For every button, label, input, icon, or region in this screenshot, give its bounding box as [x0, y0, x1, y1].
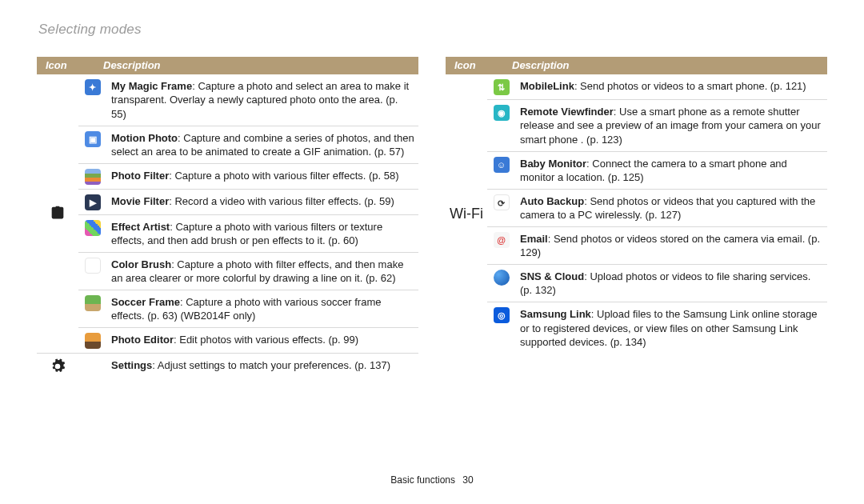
table-row: Photo Editor: Edit photos with various e… [106, 328, 418, 353]
table-row: MobileLink: Send photos or videos to a s… [515, 74, 827, 100]
item-icon: ✦ [78, 74, 106, 126]
item-icon: ◉ [487, 100, 515, 152]
table-row: Movie Filter: Record a video with variou… [106, 190, 418, 215]
page-title: Selecting modes [38, 21, 827, 39]
page-footer: Basic functions 30 [0, 474, 864, 486]
item-icon [78, 290, 106, 328]
item-icon [78, 253, 106, 290]
header-icon: Icon [38, 58, 100, 73]
table-header: Icon Description [37, 57, 418, 74]
table-row: Remote Viewfinder: Use a smart phone as … [515, 100, 827, 152]
auto-backup-icon: ⟳ [494, 194, 510, 210]
table-row: Email: Send photos or videos stored on t… [515, 227, 827, 265]
item-icon [78, 215, 106, 253]
table-row: Motion Photo: Capture and combine a seri… [106, 126, 418, 164]
color-brush-icon [85, 258, 101, 274]
table-row: SNS & Cloud: Upload photos or videos to … [515, 265, 827, 302]
group-icon-settings [37, 354, 78, 377]
table-row: Samsung Link: Upload files to the Samsun… [515, 302, 827, 354]
item-icon: ☺ [487, 152, 515, 190]
photo-editor-icon [85, 333, 101, 349]
baby-monitor-icon: ☺ [494, 157, 510, 173]
photo-filter-icon [85, 169, 101, 185]
item-icon [78, 328, 106, 353]
item-icon [487, 265, 515, 302]
header-description: Description [100, 58, 418, 73]
gear-icon [50, 358, 66, 374]
item-icon: ⟳ [487, 190, 515, 227]
effect-artist-icon [85, 220, 101, 236]
samsung-link-icon: ◎ [494, 307, 510, 323]
wifi-label: Wi-Fi [450, 204, 483, 223]
email-icon: @ [494, 232, 510, 248]
table-row: Effect Artist: Capture a photo with vari… [106, 215, 418, 253]
motion-photo-icon: ▣ [85, 131, 101, 147]
table-header: Icon Description [446, 57, 827, 74]
item-icon: ⇅ [487, 74, 515, 100]
item-icon: @ [487, 227, 515, 265]
soccer-frame-icon [85, 295, 101, 311]
mobilelink-icon: ⇅ [494, 79, 510, 95]
table-row: Auto Backup: Send photos or videos that … [515, 190, 827, 227]
magic-frame-icon: ✦ [85, 79, 101, 95]
group-icon-magic [37, 74, 78, 353]
item-icon: ◎ [487, 302, 515, 354]
group-icon-wifi: Wi-Fi [446, 74, 487, 354]
remote-viewfinder-icon: ◉ [494, 105, 510, 121]
table-row: Baby Monitor: Connect the camera to a sm… [515, 152, 827, 190]
table-row: Settings: Adjust settings to match your … [106, 354, 418, 377]
table-row: Photo Filter: Capture a photo with vario… [106, 164, 418, 190]
table-row: Soccer Frame: Capture a photo with vario… [106, 290, 418, 328]
movie-filter-icon: ▶ [85, 194, 101, 210]
header-description: Description [509, 58, 826, 73]
right-column: Icon Description Wi-Fi ⇅ MobileLink: Sen… [446, 57, 827, 377]
item-icon: ▣ [78, 126, 106, 164]
table-row: Color Brush: Capture a photo with filter… [106, 253, 418, 290]
table-row: My Magic Frame: Capture a photo and sele… [106, 74, 418, 126]
footer-section: Basic functions [390, 474, 455, 486]
left-column: Icon Description ✦ My Magic Frame: Captu… [37, 57, 418, 377]
empty-icon [78, 354, 106, 377]
header-icon: Icon [446, 58, 509, 73]
sns-cloud-icon [494, 270, 510, 286]
camera-star-icon [49, 205, 66, 222]
item-icon [78, 164, 106, 190]
footer-page-number: 30 [462, 474, 473, 486]
item-icon: ▶ [78, 190, 106, 215]
